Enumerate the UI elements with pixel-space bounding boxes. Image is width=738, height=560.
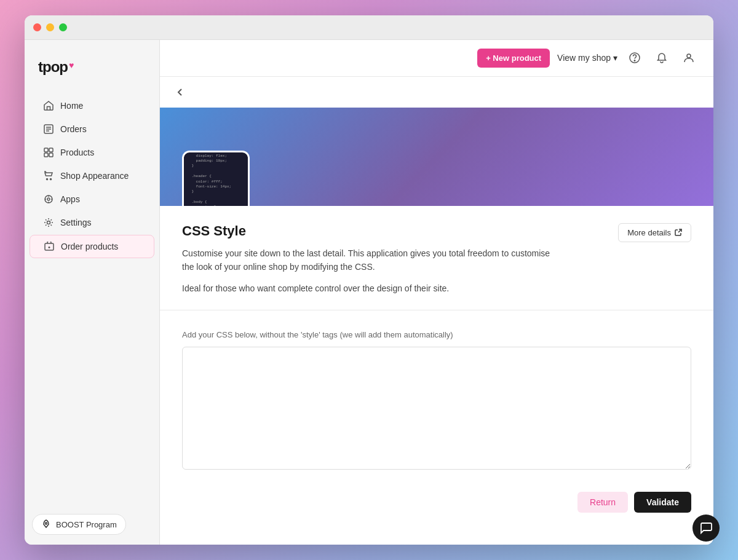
sidebar-bottom: BOOST Program (25, 504, 159, 545)
return-button[interactable]: Return (577, 492, 628, 513)
more-details-button[interactable]: More details (618, 223, 691, 242)
svg-point-6 (50, 178, 52, 179)
sidebar-item-orders[interactable]: Orders (30, 118, 154, 140)
products-icon (43, 147, 54, 158)
settings-icon (43, 217, 54, 228)
css-label: Add your CSS below, without the 'style' … (182, 330, 691, 339)
app-info-section: CSS Style Customise your site down to th… (160, 206, 713, 310)
sidebar-item-apps[interactable]: Apps (30, 188, 154, 210)
notifications-button[interactable] (652, 48, 672, 68)
svg-rect-4 (49, 153, 53, 157)
logo-accent: ♥ (69, 60, 73, 70)
css-input[interactable] (182, 347, 691, 470)
sidebar-item-order-products-label: Order products (61, 242, 118, 251)
sidebar-item-settings-label: Settings (60, 218, 92, 227)
header: + New product View my shop ▾ (160, 40, 713, 77)
sidebar-item-home[interactable]: Home (30, 95, 154, 117)
app-banner: .container { display: flex; padding: 10p… (160, 108, 713, 206)
svg-rect-3 (44, 153, 48, 157)
sidebar-item-settings[interactable]: Settings (30, 211, 154, 234)
logo: tpop♥ (25, 46, 159, 94)
sidebar-item-products[interactable]: Products (30, 141, 154, 164)
new-product-button[interactable]: + New product (477, 49, 550, 68)
app-title: CSS Style (182, 223, 563, 239)
app-icon-container: .container { display: flex; padding: 10p… (182, 151, 250, 206)
main-content: .container { display: flex; padding: 10p… (160, 77, 713, 545)
view-shop-button[interactable]: View my shop ▾ (557, 53, 617, 63)
maximize-dot[interactable] (59, 23, 67, 31)
sidebar: tpop♥ Home Orders (25, 40, 160, 545)
profile-button[interactable] (679, 48, 699, 68)
apps-icon (43, 194, 54, 205)
boost-label: BOOST Program (56, 520, 117, 529)
chat-bubble[interactable] (692, 515, 720, 542)
sidebar-item-orders-label: Orders (60, 124, 87, 134)
home-icon (43, 100, 54, 111)
logo-text: tpop (38, 58, 68, 76)
app-description-block: CSS Style Customise your site down to th… (182, 223, 563, 295)
validate-button[interactable]: Validate (634, 492, 691, 513)
svg-point-5 (47, 178, 48, 179)
view-shop-dropdown-icon: ▾ (613, 53, 617, 63)
shop-appearance-icon (43, 170, 54, 181)
svg-point-13 (634, 60, 635, 61)
content-area: .container { display: flex; padding: 10p… (160, 77, 713, 545)
app-body: tpop♥ Home Orders (25, 40, 713, 545)
more-details-label: More details (627, 228, 671, 237)
sidebar-item-shop-appearance-label: Shop Appearance (60, 171, 129, 181)
sidebar-item-apps-label: Apps (60, 194, 80, 204)
app-icon: .container { display: flex; padding: 10p… (182, 151, 250, 206)
sidebar-item-order-products[interactable]: Order products (30, 235, 154, 258)
back-button[interactable] (160, 77, 713, 108)
css-section: Add your CSS below, without the 'style' … (160, 310, 713, 545)
app-description-2: Ideal for those who want complete contro… (182, 282, 563, 295)
sidebar-item-home-label: Home (60, 101, 83, 111)
view-shop-label: View my shop (557, 53, 611, 63)
code-preview: .container { display: flex; padding: 10p… (186, 151, 245, 206)
app-description: Customise your site down to the last det… (182, 246, 563, 295)
svg-rect-1 (44, 148, 48, 152)
chat-icon (699, 521, 713, 535)
titlebar (25, 15, 713, 40)
sidebar-item-products-label: Products (60, 148, 94, 157)
close-dot[interactable] (33, 23, 41, 31)
svg-point-9 (47, 221, 50, 224)
svg-point-11 (46, 523, 47, 524)
app-description-1: Customise your site down to the last det… (182, 246, 563, 274)
order-products-icon (44, 241, 55, 252)
action-buttons: Return Validate (182, 492, 691, 525)
svg-point-14 (687, 54, 691, 58)
minimize-dot[interactable] (46, 23, 54, 31)
rocket-icon (41, 519, 51, 529)
svg-point-8 (47, 198, 50, 200)
external-link-icon (675, 229, 682, 236)
svg-rect-2 (49, 148, 53, 152)
orders-icon (43, 124, 54, 135)
sidebar-item-shop-appearance[interactable]: Shop Appearance (30, 165, 154, 187)
help-button[interactable] (625, 48, 645, 68)
app-window: tpop♥ Home Orders (25, 15, 713, 545)
boost-program-button[interactable]: BOOST Program (32, 514, 126, 535)
